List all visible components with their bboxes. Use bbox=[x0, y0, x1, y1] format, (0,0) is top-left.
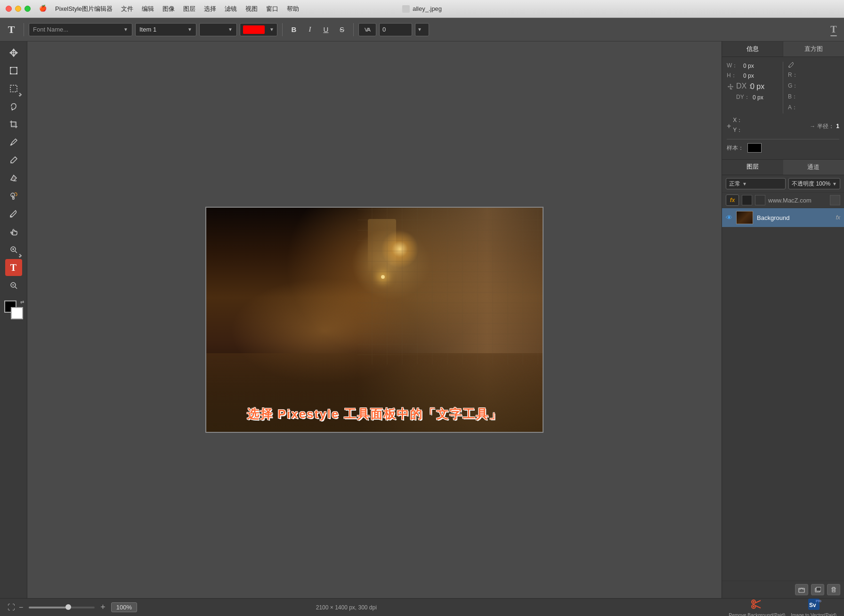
close-button[interactable] bbox=[6, 6, 12, 12]
new-group-icon bbox=[798, 586, 805, 593]
fx-badge[interactable]: fx bbox=[726, 195, 739, 206]
bold-button[interactable]: B bbox=[287, 23, 300, 36]
dx-value: 0 px bbox=[750, 82, 764, 91]
fx-thumbnail-3 bbox=[830, 195, 840, 205]
menu-select[interactable]: 选择 bbox=[204, 5, 216, 13]
minimize-button[interactable] bbox=[15, 6, 21, 12]
zoom-value-display[interactable]: 100% bbox=[111, 602, 137, 612]
font-style-dropdown[interactable]: ▼ bbox=[199, 23, 237, 36]
opacity-dropdown[interactable]: 不透明度 100% ▼ bbox=[788, 178, 840, 189]
menu-file[interactable]: 文件 bbox=[121, 5, 133, 13]
menu-filter[interactable]: 滤镜 bbox=[225, 5, 237, 13]
zoom-out-status-icon[interactable]: − bbox=[19, 603, 23, 612]
svg-rect-4 bbox=[16, 73, 17, 74]
text-tool[interactable]: T bbox=[5, 259, 22, 276]
menu-image[interactable]: 图像 bbox=[162, 5, 175, 13]
swap-colors-icon[interactable]: ⇄ bbox=[20, 300, 24, 305]
traffic-lights[interactable] bbox=[6, 6, 31, 12]
zoom-slider-thumb[interactable] bbox=[65, 604, 71, 610]
eraser-tool[interactable] bbox=[5, 170, 22, 186]
menu-view[interactable]: 视图 bbox=[245, 5, 258, 13]
info-left-col: W： 0 px H： 0 px DX： 0 px bbox=[727, 62, 778, 113]
new-layer-button[interactable] bbox=[811, 584, 824, 595]
tracking-unit-dropdown[interactable]: ▼ bbox=[415, 23, 429, 36]
zoom-out-tool[interactable] bbox=[5, 277, 22, 294]
marquee-select-tool[interactable]: ▸ bbox=[5, 80, 22, 97]
maximize-button[interactable] bbox=[24, 6, 31, 12]
zoom-in-status-icon[interactable]: + bbox=[100, 602, 106, 612]
new-group-button[interactable] bbox=[795, 584, 808, 595]
lasso-tool[interactable] bbox=[5, 98, 22, 115]
svg-rect-3 bbox=[10, 73, 11, 74]
menu-layer[interactable]: 图层 bbox=[183, 5, 195, 13]
separator-3 bbox=[353, 23, 354, 36]
xy-section: + X： Y： bbox=[727, 116, 742, 136]
w-label: W： bbox=[727, 62, 743, 70]
font-size-dropdown[interactable]: Item 1 ▼ bbox=[135, 23, 196, 36]
title-bar: 🍎 PixelStyle图片编辑器 文件 编辑 图像 图层 选择 滤镜 视图 窗… bbox=[0, 0, 844, 18]
underline-button[interactable]: U bbox=[319, 23, 333, 36]
move-tool[interactable] bbox=[5, 44, 22, 61]
remove-background-button[interactable]: Remove Background(Paid) bbox=[729, 597, 785, 616]
brush-tool[interactable] bbox=[5, 134, 22, 151]
tab-info[interactable]: 信息 bbox=[722, 41, 783, 57]
image-to-vector-button[interactable]: Sv PRO Image to Vector(Paid) bbox=[791, 597, 836, 616]
tracking-value[interactable]: 0 bbox=[379, 23, 412, 36]
pencil-tool[interactable] bbox=[5, 152, 22, 169]
layer-thumbnail bbox=[736, 211, 753, 224]
g-label: G： bbox=[788, 82, 804, 90]
fullscreen-icon[interactable]: ⛶ bbox=[8, 603, 15, 612]
menu-bar: 🍎 PixelStyle图片编辑器 文件 编辑 图像 图层 选择 滤镜 视图 窗… bbox=[39, 5, 299, 13]
hand-tool[interactable] bbox=[5, 223, 22, 240]
menu-window[interactable]: 窗口 bbox=[266, 5, 278, 13]
dy-label: DY： bbox=[736, 93, 753, 101]
x-row: X： bbox=[733, 116, 742, 124]
h-value: 0 px bbox=[743, 73, 754, 79]
layer-background-row[interactable]: 👁 Background fx bbox=[722, 208, 844, 227]
apple-menu[interactable]: 🍎 bbox=[39, 5, 47, 13]
main-layout: ▸ bbox=[0, 41, 844, 598]
eyedropper-tool[interactable] bbox=[5, 205, 22, 222]
tab-channels[interactable]: 通道 bbox=[783, 160, 844, 175]
zoom-tool[interactable]: ▸ bbox=[5, 241, 22, 258]
menu-help[interactable]: 帮助 bbox=[287, 5, 299, 13]
canvas-image[interactable]: 选择 Pixestyle 工具面板中的「文字工具」 bbox=[205, 207, 544, 433]
info-h-row: H： 0 px bbox=[727, 72, 778, 80]
italic-button[interactable]: I bbox=[303, 23, 316, 36]
strikethrough-button[interactable]: S bbox=[335, 23, 349, 36]
layer-fx-icon[interactable]: fx bbox=[836, 214, 840, 221]
transform-tool[interactable] bbox=[5, 62, 22, 79]
crop-tool[interactable] bbox=[5, 116, 22, 133]
color-picker-button[interactable]: ▼ bbox=[240, 23, 277, 36]
window-title: alley_.jpeg bbox=[402, 5, 442, 13]
dx-label: DX： bbox=[736, 81, 750, 91]
w-value: 0 px bbox=[743, 63, 754, 69]
layer-name-label: Background bbox=[757, 214, 832, 221]
background-color[interactable] bbox=[11, 307, 23, 319]
text-warp-button[interactable]: T bbox=[827, 23, 840, 36]
svg-point-10 bbox=[10, 216, 12, 217]
delete-layer-button[interactable] bbox=[827, 584, 840, 595]
tab-layers[interactable]: 图层 bbox=[722, 160, 783, 175]
menu-edit[interactable]: 编辑 bbox=[142, 5, 154, 13]
color-swatches[interactable]: ⇄ bbox=[4, 300, 23, 319]
fx-thumbnail-2 bbox=[755, 195, 765, 205]
tracking-button[interactable]: VA bbox=[358, 23, 376, 36]
tab-histogram[interactable]: 直方图 bbox=[783, 41, 844, 57]
layer-visibility-icon[interactable]: 👁 bbox=[726, 214, 732, 221]
zoom-slider[interactable] bbox=[29, 607, 95, 608]
radius-value: 1 bbox=[836, 123, 839, 130]
status-icons: ⛶ − bbox=[8, 603, 23, 612]
xy-values: X： Y： bbox=[733, 116, 742, 136]
svg-rect-1 bbox=[10, 67, 11, 68]
font-style-arrow: ▼ bbox=[228, 27, 233, 32]
app-name[interactable]: PixelStyle图片编辑器 bbox=[55, 5, 113, 13]
clone-stamp-tool[interactable] bbox=[5, 187, 22, 204]
font-name-dropdown[interactable]: Font Name... ▼ bbox=[29, 23, 132, 36]
blend-mode-dropdown[interactable]: 正常 ▼ bbox=[726, 178, 786, 189]
a-label: A： bbox=[788, 104, 804, 112]
svg-point-8 bbox=[10, 144, 12, 146]
trash-icon bbox=[830, 586, 837, 593]
sample-color-swatch[interactable] bbox=[747, 143, 762, 153]
canvas-container[interactable]: 选择 Pixestyle 工具面板中的「文字工具」 bbox=[27, 41, 722, 598]
